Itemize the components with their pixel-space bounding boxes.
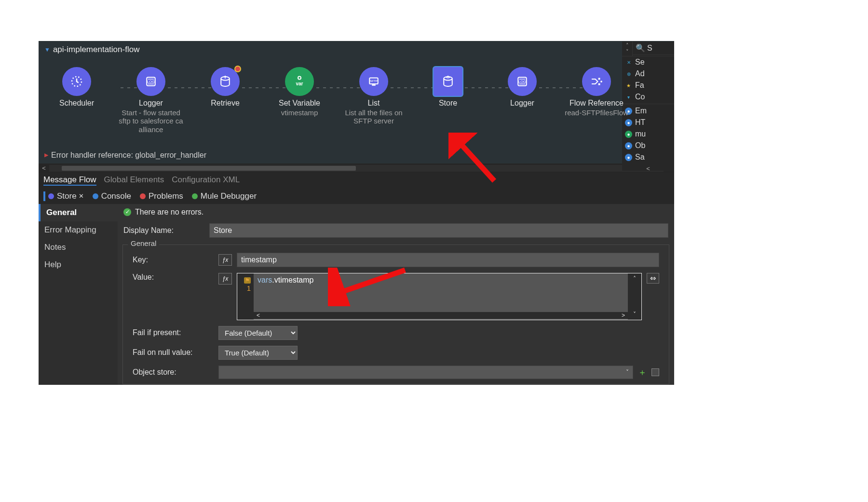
store-dot-icon xyxy=(48,193,54,199)
node-title: Scheduler xyxy=(59,99,94,108)
line-number: 1 xyxy=(247,284,251,292)
problems-dot-icon xyxy=(140,193,146,199)
object-store-combo[interactable]: ˅ xyxy=(218,366,633,379)
node-set-variable[interactable]: var Set Variable vtimestamp xyxy=(267,67,332,117)
properties-panel: General Error Mapping Notes Help ✓ There… xyxy=(39,204,674,385)
log-icon: LOG xyxy=(508,67,537,96)
node-title: Set Variable xyxy=(279,99,320,108)
status-bar: ✓ There are no errors. xyxy=(118,204,674,220)
svg-text:SFTP: SFTP xyxy=(370,79,378,82)
properties-sidebar: General Error Mapping Notes Help xyxy=(39,204,118,385)
flow-header[interactable]: ▼ api-implementation-flow xyxy=(39,41,674,58)
palette-item[interactable]: ✕Se xyxy=(622,56,674,68)
key-input[interactable] xyxy=(237,253,659,267)
scroll-left-icon[interactable]: < xyxy=(39,164,49,172)
flowref-icon xyxy=(582,67,611,96)
value-label: Value: xyxy=(133,273,214,282)
node-subtitle: read-SFTPfilesFlow xyxy=(565,109,628,117)
scroll-thumb[interactable] xyxy=(62,166,356,171)
node-list[interactable]: SFTP List List all the files on SFTP ser… xyxy=(341,67,406,125)
palette-item[interactable]: ●Ob xyxy=(622,140,674,151)
palette-scroll-up-icon[interactable]: ˄ xyxy=(626,42,629,49)
console-dot-icon xyxy=(93,193,98,199)
error-handler-bar[interactable]: ▶ Error handler reference: global_error_… xyxy=(39,148,674,163)
node-scheduler[interactable]: Scheduler xyxy=(44,67,109,108)
node-subtitle: vtimestamp xyxy=(281,109,318,117)
node-subtitle: Start - flow started sftp to salesforce … xyxy=(119,109,183,134)
search-placeholder: S xyxy=(647,44,652,53)
node-logger[interactable]: LOG Logger xyxy=(490,67,555,108)
tab-mule-debugger[interactable]: Mule Debugger xyxy=(192,191,257,201)
flow-canvas[interactable]: Scheduler LOG Logger Start - flow starte… xyxy=(39,58,674,148)
module-icon: ● xyxy=(625,119,632,126)
palette-nav-left-icon[interactable]: < xyxy=(644,165,652,172)
code-gutter: ⚑ 1 xyxy=(237,273,254,320)
svg-text:var: var xyxy=(296,81,303,86)
svg-rect-12 xyxy=(598,78,600,80)
sidebar-item-general[interactable]: General xyxy=(39,204,118,221)
scroll-track[interactable] xyxy=(49,165,664,172)
view-tabs: Store ✕ Console Problems Mule Debugger xyxy=(39,189,674,204)
fail-if-present-select[interactable]: False (Default) xyxy=(218,326,298,340)
svg-text:LOG: LOG xyxy=(518,80,526,84)
node-subtitle: List all the files on SFTP server xyxy=(341,109,406,125)
palette-search[interactable]: 🔍 S xyxy=(633,41,674,55)
palette-item[interactable]: ▾Co xyxy=(622,91,674,103)
node-retrieve[interactable]: Retrieve xyxy=(193,67,258,108)
node-flow-reference[interactable]: Flow Reference read-SFTPfilesFlow xyxy=(564,67,629,117)
horizontal-scrollbar[interactable]: < > xyxy=(39,163,674,173)
node-title: Logger xyxy=(139,99,163,108)
palette-item[interactable]: ●Sa xyxy=(622,151,674,163)
node-store[interactable]: Store xyxy=(416,67,480,108)
ok-icon: ✓ xyxy=(123,208,131,216)
tab-store[interactable]: Store ✕ xyxy=(43,191,84,201)
ide-window: ▼ api-implementation-flow Scheduler LOG … xyxy=(39,41,674,369)
svg-rect-13 xyxy=(598,83,600,85)
palette-item[interactable]: ●mu xyxy=(622,128,674,140)
tab-configuration-xml[interactable]: Configuration XML xyxy=(172,175,240,186)
tab-console[interactable]: Console xyxy=(93,191,131,201)
module-icon: ● xyxy=(625,154,632,161)
error-handler-text: Error handler reference: global_error_ha… xyxy=(51,151,206,160)
database-icon xyxy=(211,67,240,96)
display-name-input[interactable] xyxy=(209,223,668,238)
node-title: Retrieve xyxy=(211,99,240,108)
scroll-right-icon[interactable]: > xyxy=(622,312,625,319)
variable-icon: var xyxy=(285,67,314,96)
close-icon: ✕ xyxy=(625,59,632,66)
palette-sidebar: ˄ ˅ 🔍 S ✕Se ⊕Ad ★Fa ▾Co ●Em ●HT ●mu ●Ob … xyxy=(622,41,674,171)
palette-item[interactable]: ⊕Ad xyxy=(622,68,674,80)
fx-toggle-key[interactable]: ƒx xyxy=(218,254,232,266)
warning-icon: ⚑ xyxy=(244,277,251,284)
value-code-editor[interactable]: ⚑ 1 vars.vtimestamp ˄ ˅ < xyxy=(237,273,642,320)
scroll-up-icon[interactable]: ˄ xyxy=(633,275,636,282)
key-label: Key: xyxy=(133,256,214,264)
sidebar-item-help[interactable]: Help xyxy=(39,256,118,273)
palette-item[interactable]: ●Em xyxy=(622,105,674,117)
palette-item[interactable]: ●HT xyxy=(622,117,674,128)
sidebar-item-error-mapping[interactable]: Error Mapping xyxy=(39,221,118,239)
palette-scroll-down-icon[interactable]: ˅ xyxy=(626,49,629,55)
scroll-left-icon[interactable]: < xyxy=(257,312,260,319)
display-name-label: Display Name: xyxy=(123,226,204,235)
fx-toggle-value[interactable]: ƒx xyxy=(218,273,232,285)
scroll-down-icon[interactable]: ˅ xyxy=(633,311,636,318)
tab-message-flow[interactable]: Message Flow xyxy=(43,175,96,186)
palette-item[interactable]: ★Fa xyxy=(622,80,674,91)
edit-object-store-button[interactable] xyxy=(651,368,659,376)
add-object-store-button[interactable]: ＋ xyxy=(638,366,647,378)
object-store-label: Object store: xyxy=(133,368,214,377)
tab-global-elements[interactable]: Global Elements xyxy=(104,175,164,186)
fail-on-null-select[interactable]: True (Default) xyxy=(218,346,298,360)
module-icon: ● xyxy=(625,131,632,138)
code-side-controls: ˄ ˅ xyxy=(628,273,641,320)
tab-problems[interactable]: Problems xyxy=(140,191,183,201)
collapse-icon[interactable]: ▼ xyxy=(44,46,50,53)
node-logger-start[interactable]: LOG Logger Start - flow started sftp to … xyxy=(119,67,183,134)
close-icon[interactable]: ✕ xyxy=(79,192,84,200)
sidebar-item-notes[interactable]: Notes xyxy=(39,239,118,256)
expand-editor-button[interactable]: ⇔ xyxy=(647,273,659,284)
code-horizontal-scroll[interactable]: < > xyxy=(254,312,628,319)
expand-icon[interactable]: ▶ xyxy=(44,152,48,158)
properties-form: ✓ There are no errors. Display Name: Gen… xyxy=(118,204,674,385)
